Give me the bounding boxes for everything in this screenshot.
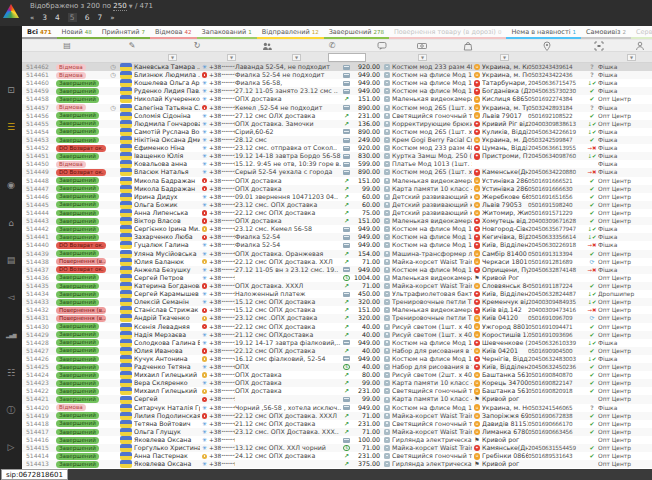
call-status-cell[interactable]: ✳ [200,428,209,436]
table-row[interactable]: 514438Повернення (в..Юлия Баланюк+38••••… [22,258,652,266]
table-row[interactable]: 514451ЗавершенийІващенко Юлія✳+38•••••••… [22,152,652,160]
tab-9[interactable]: Самовивіз2 [581,26,631,39]
tab-3[interactable]: Відмова42 [150,26,196,39]
phone-filter-input[interactable] [328,53,366,62]
missed-call-icon[interactable] [202,413,208,419]
call-status-cell[interactable] [200,209,209,217]
page-button-5[interactable]: 5 [68,13,77,22]
call-status-cell[interactable] [200,371,209,379]
call-ok-icon[interactable]: ✳ [202,136,207,144]
missed-call-icon[interactable] [202,72,208,78]
table-row[interactable]: 514418ЗавершенийТетяна Войтович✳+38•••••… [22,420,652,428]
call-status-cell[interactable] [200,347,209,355]
call-status-cell[interactable]: ✳ [200,331,209,339]
call-status-cell[interactable] [200,323,209,331]
call-status-cell[interactable]: ✳ [200,250,209,258]
call-status-cell[interactable]: ✳ [200,79,209,87]
orders-icon[interactable]: ☰ [0,122,22,132]
call-status-cell[interactable]: ✳ [200,144,209,152]
tab-7[interactable]: Повернення товару (в дорозі)0 [389,26,506,39]
table-row[interactable]: 514442ЗавершенийСергієнко Ірина Ми..+38•… [22,225,652,233]
call-ok-icon[interactable]: ✳ [202,266,207,274]
filter-dropdown-status[interactable]: ▼ [168,54,177,61]
missed-call-icon[interactable] [202,105,208,111]
tab-5[interactable]: Відправлений12 [257,26,324,39]
call-ok-icon[interactable]: ✳ [202,363,207,371]
missed-call-icon[interactable] [202,324,208,330]
products-icon[interactable]: ▤ [0,255,22,265]
callback-icon[interactable] [202,372,208,378]
reports-icon[interactable]: ▂▄▆ [0,330,22,340]
callback-icon[interactable] [202,454,208,460]
call-status-cell[interactable] [200,71,209,79]
page-button-6[interactable]: 6 [85,13,90,22]
table-row[interactable]: 514449DO Возврат ок.Власюк Наталья✳+38••… [22,168,652,176]
call-status-cell[interactable] [200,258,209,266]
table-row[interactable]: 514455ЗавершенийЛюдмила Гончарова✳+38•••… [22,120,652,128]
call-ok-icon[interactable]: ✳ [202,87,207,95]
table-row[interactable]: 514448ЗавершенийМикола Бадражан+38••••••… [22,177,652,185]
table-row[interactable]: 514419ЗавершенийЛилия Подолинская+38••••… [22,412,652,420]
edit-icon[interactable]: ✎ [129,41,136,51]
call-ok-icon[interactable]: ✳ [202,298,207,306]
table-row[interactable]: 514431Повернення (в..Андрій Ткаченко+38•… [22,314,652,322]
call-ok-icon[interactable]: ✳ [202,444,207,452]
table-row[interactable]: 514439ЗавершенийУляна Мусійовська✳+38•••… [22,250,652,258]
tab-6[interactable]: Завершений278 [324,26,389,39]
table-row[interactable]: 514416ЗавершенийЯковлева Оксана✳+38•••••… [22,436,652,444]
call-ok-icon[interactable]: ✳ [202,120,207,128]
dashboard-icon[interactable]: ⊡ [0,85,22,95]
tab-4[interactable]: Запакований1 [197,26,257,39]
table-row[interactable]: 514420ВідмоваСитарчук Наталія Гр..✳+38••… [22,404,652,412]
call-status-cell[interactable] [200,217,209,225]
refresh-icon[interactable]: ↻ [194,41,201,51]
call-status-cell[interactable]: ✳ [200,152,209,160]
page-button-3[interactable]: 3 [42,13,47,22]
bag-icon[interactable] [463,41,473,51]
call-ok-icon[interactable]: ✳ [202,379,207,387]
call-status-cell[interactable]: ✳ [200,444,209,452]
table-row[interactable]: 514424ЗавершенийМихаил Гилецький+38•••••… [22,371,652,379]
table-row[interactable]: 514423ЗавершенийВера Скляренко✳+38••••••… [22,379,652,387]
table-row[interactable]: 514457Відмова◷Салегіна Татьяна С..+38•••… [22,104,652,112]
table-row[interactable]: 514461Відмова◷Близнюк Людмила ..+38•••••… [22,71,652,79]
table-row[interactable]: 514444ЗавершенийАнна Липенська+38•••••••… [22,209,652,217]
scan-icon[interactable] [594,41,604,51]
call-status-cell[interactable]: ✳ [200,168,209,176]
missed-call-icon[interactable] [202,348,208,354]
callback-icon[interactable] [202,316,208,322]
missed-call-icon[interactable] [202,178,208,184]
tab-all[interactable]: Всі471 [22,26,57,39]
call-ok-icon[interactable]: ✳ [202,241,207,249]
first-page-button[interactable]: « [30,14,34,22]
customers-icon[interactable]: ◉ [0,180,22,190]
call-status-cell[interactable]: ✳ [200,266,209,274]
warehouse-icon[interactable]: ⌂ [0,218,22,228]
call-status-cell[interactable]: ✳ [200,241,209,249]
table-row[interactable]: 514432Повернення (в..Станіслав Стрижак+3… [22,306,652,314]
call-status-cell[interactable]: ✳ [200,339,209,347]
call-ok-icon[interactable]: ✳ [202,79,207,87]
table-row[interactable]: 514430ЗавершенийКсенія Левадняя+38••••••… [22,323,652,331]
table-row[interactable]: 514460ЗавершенийКошелева Ольга Ар..✳+38•… [22,79,652,87]
call-status-cell[interactable]: ✳ [200,290,209,298]
table-row[interactable]: 514446ЗавершенийИрина Дидух✳+38•••••••70… [22,193,652,201]
info-icon[interactable]: ⓘ [0,405,22,415]
table-row[interactable]: 514459ЗавершенийРуденко Лидия Пав..✳+38•… [22,87,652,95]
call-ok-icon[interactable]: ✳ [202,144,207,152]
table-row[interactable]: 514413ЗавершенийЯковлева Оксана✳+38•••••… [22,460,652,468]
table-row[interactable]: 514436ЗавершенийСергей Петров✳+38•••••••… [22,274,652,282]
call-status-cell[interactable]: ✳ [200,274,209,282]
person-icon[interactable] [635,41,645,51]
call-ok-icon[interactable]: ✳ [202,128,207,136]
call-ok-icon[interactable]: ✳ [202,339,207,347]
table-row[interactable]: 514450ВідмоваКовальова анна✳+38•••••••81… [22,160,652,168]
missed-call-icon[interactable] [202,397,208,403]
video-icon[interactable]: ▷ [0,442,22,452]
table-row[interactable]: 514452DO Возврат ок.Єфименко Ніна✳+38•••… [22,144,652,152]
table-row[interactable]: 514440DO Возврат ок.Гуцалюк Галина✳+38••… [22,241,652,249]
table-row[interactable]: 514437DO Возврат ок.Анжела Безушку✳+38••… [22,266,652,274]
call-ok-icon[interactable]: ✳ [202,168,207,176]
table-row[interactable]: 514453ЗавершенийНікітіна Оксана Дми..✳+3… [22,136,652,144]
call-status-cell[interactable]: ✳ [200,63,209,71]
